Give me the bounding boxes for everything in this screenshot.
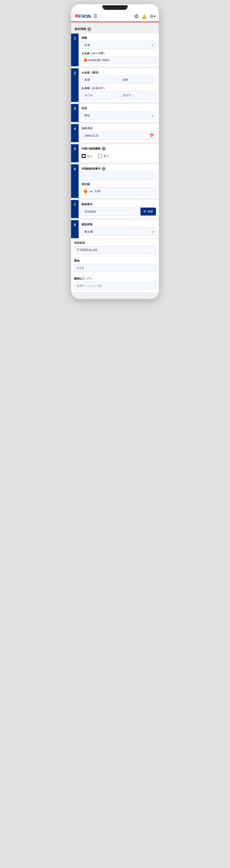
katakana-last-name-input[interactable] xyxy=(82,91,118,99)
step-7-fields: 郵便番号 🔍 検索 xyxy=(79,200,159,218)
us-tax-radio-group: なし あり xyxy=(82,152,156,160)
gender-group: 性別 男性 女性 ∨ xyxy=(82,106,156,120)
step-2-section: 2 お名前（漢字） お名前（カタカナ） xyxy=(71,68,159,102)
step-number-6: 6 xyxy=(71,164,79,198)
radio-nashi-box xyxy=(82,154,86,158)
street-input[interactable] xyxy=(74,264,156,272)
step-2-row: 2 お名前（漢字） お名前（カタカナ） xyxy=(71,68,159,102)
step-2-fields: お名前（漢字） お名前（カタカナ） xyxy=(79,68,159,102)
postal-search-button[interactable]: 🔍 検索 xyxy=(141,208,156,216)
gear-icon: ⚙ xyxy=(150,14,153,19)
page-content: 基本情報 ? 1 国籍 日本 その他 xyxy=(71,22,159,299)
nationality-group: 国籍 日本 その他 ∨ xyxy=(82,36,156,49)
step-1-row: 1 国籍 日本 その他 ∨ xyxy=(71,34,159,66)
step-7-section: 7 郵便番号 🔍 検索 xyxy=(71,200,159,218)
residence-country-group: 居住国 ! 🇯🇵 日本 xyxy=(82,182,156,195)
step-number-7: 7 xyxy=(71,200,79,218)
nationality-select[interactable]: 日本 その他 xyxy=(82,41,156,49)
prefecture-select[interactable]: 東京都 大阪府 その他 xyxy=(82,228,156,236)
section-help-icon[interactable]: ? xyxy=(87,27,91,31)
residence-country-display: ! 🇯🇵 日本 xyxy=(82,187,156,195)
birthdate-input[interactable] xyxy=(82,132,156,140)
birthdate-group: 生年月日 📅 xyxy=(82,127,156,140)
search-button-label: 検索 xyxy=(148,210,153,213)
building-group: 建物など（＊） xyxy=(74,277,156,290)
divider-6 xyxy=(71,198,159,200)
katakana-name-row xyxy=(82,91,156,99)
roman-name-value: KAWASE TARO xyxy=(88,59,109,62)
address-extra-fields: 市区町村 番地 建物など（＊） xyxy=(71,239,159,292)
step-8-row: 8 都道府県 東京都 大阪府 その他 ∨ xyxy=(71,220,159,238)
us-taxpayer-input[interactable] xyxy=(82,172,156,180)
postal-code-input[interactable] xyxy=(82,208,141,216)
step-5-fields: 米国の納税義務 ? なし あり xyxy=(79,144,159,162)
section-title-text: 基本情報 xyxy=(74,27,86,31)
radio-ari[interactable]: あり xyxy=(98,154,109,158)
kanji-name-label: お名前（漢字） xyxy=(82,71,156,75)
gender-select[interactable]: 男性 女性 xyxy=(82,112,156,120)
radio-nashi[interactable]: なし xyxy=(82,154,93,158)
postal-code-label: 郵便番号 xyxy=(82,203,156,206)
birthdate-label: 生年月日 xyxy=(82,127,156,130)
step-4-section: 4 生年月日 📅 xyxy=(71,124,159,142)
gender-select-wrapper: 男性 女性 ∨ xyxy=(82,112,156,120)
step-1-section: 1 国籍 日本 その他 ∨ xyxy=(71,34,159,66)
step-6-row: 6 米国納税者番号 ? 居住国 ! xyxy=(71,164,159,198)
building-label: 建物など（＊） xyxy=(74,277,156,281)
japan-flag-icon: 🇯🇵 xyxy=(89,189,93,193)
divider-3 xyxy=(71,122,159,124)
step-4-fields: 生年月日 📅 xyxy=(79,124,159,142)
prefecture-select-wrapper: 東京都 大阪府 その他 ∨ xyxy=(82,228,156,236)
separator-street xyxy=(74,274,156,275)
postal-search-row: 🔍 検索 xyxy=(82,208,156,216)
step-number-1: 1 xyxy=(71,34,79,66)
roman-name-warning-dot: ! xyxy=(84,59,87,62)
step-6-section: 6 米国納税者番号 ? 居住国 ! xyxy=(71,164,159,198)
us-taxpayer-help-icon[interactable]: ? xyxy=(102,167,106,170)
step-7-row: 7 郵便番号 🔍 検索 xyxy=(71,200,159,218)
building-input[interactable] xyxy=(74,282,156,290)
step-4-row: 4 生年月日 📅 xyxy=(71,124,159,142)
step-number-5: 5 xyxy=(71,144,79,162)
divider-2 xyxy=(71,102,159,104)
divider-1 xyxy=(71,67,159,68)
roman-name-label: お名前（ローマ字） xyxy=(82,52,156,55)
settings-menu[interactable]: ⚙ ▾ xyxy=(150,14,156,19)
nationality-label: 国籍 xyxy=(82,36,156,40)
step-3-section: 3 性別 男性 女性 ∨ xyxy=(71,104,159,122)
step-8-section: 8 都道府県 東京都 大阪府 その他 ∨ xyxy=(71,220,159,238)
street-label: 番地 xyxy=(74,259,156,263)
gender-label: 性別 xyxy=(82,106,156,110)
kanji-last-name-input[interactable] xyxy=(82,76,118,84)
phone-notch xyxy=(71,4,159,11)
search-icon: 🔍 xyxy=(144,210,147,213)
us-taxpayer-group: 米国納税者番号 ? xyxy=(82,167,156,180)
hamburger-menu-icon[interactable]: ☰ xyxy=(93,13,98,19)
city-group: 市区町村 xyxy=(74,241,156,254)
step-5-row: 5 米国の納税義務 ? なし xyxy=(71,144,159,162)
chevron-down-icon: ▾ xyxy=(154,14,156,18)
street-group: 番地 xyxy=(74,259,156,272)
page-section-title: 基本情報 ? xyxy=(71,26,159,34)
us-taxpayer-label: 米国納税者番号 xyxy=(82,167,101,170)
step-number-2: 2 xyxy=(71,68,79,102)
prefecture-label: 都道府県 xyxy=(82,223,156,226)
header-left: ✕ FXON ☰ xyxy=(74,13,98,20)
power-icon[interactable]: ⏻ xyxy=(135,14,139,19)
step-6-fields: 米国納税者番号 ? 居住国 ! 🇯🇵 日本 xyxy=(79,164,159,198)
step-8-fields: 都道府県 東京都 大阪府 その他 ∨ xyxy=(79,220,159,238)
bell-icon[interactable]: 🔔 xyxy=(142,14,147,19)
residence-warning-dot: ! xyxy=(84,190,87,193)
city-input[interactable] xyxy=(74,246,156,254)
step-5-section: 5 米国の納税義務 ? なし xyxy=(71,144,159,162)
city-label: 市区町村 xyxy=(74,241,156,245)
divider-4 xyxy=(71,143,159,144)
phone-frame: ✕ FXON ☰ ⏻ 🔔 ⚙ ▾ 基本情報 ? xyxy=(71,4,159,299)
katakana-first-name-input[interactable] xyxy=(120,91,156,99)
us-tax-group: 米国の納税義務 ? なし あり xyxy=(82,147,156,160)
step-number-8: 8 xyxy=(71,220,79,238)
kanji-first-name-input[interactable] xyxy=(120,76,156,84)
us-tax-help-icon[interactable]: ? xyxy=(102,147,106,151)
step-number-4: 4 xyxy=(71,124,79,142)
step-3-fields: 性別 男性 女性 ∨ xyxy=(79,104,159,122)
